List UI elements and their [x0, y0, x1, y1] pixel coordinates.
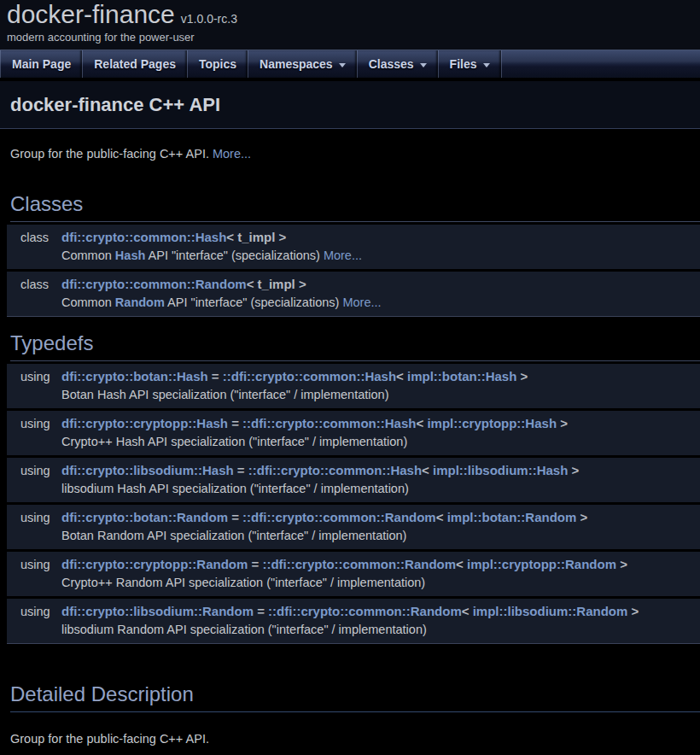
member-description-spacer	[7, 432, 61, 452]
detailed-description-text: Group for the public-facing C++ API.	[10, 730, 690, 748]
member-keyword: using	[7, 603, 61, 620]
plain-text: Botan Hash API specialization ("interfac…	[61, 388, 388, 401]
plain-text: >	[576, 510, 587, 524]
member-description: Common Hash API "interface" (specializat…	[61, 246, 700, 266]
symbol-link[interactable]: ::dfi::crypto::common::Hash	[242, 416, 416, 430]
plain-text: =	[234, 463, 248, 477]
member-declaration-line: using dfi::crypto::botan::Random = ::dfi…	[7, 507, 700, 526]
symbol-link[interactable]: impl::libsodium::Random	[473, 604, 628, 618]
symbol-link[interactable]: impl::cryptopp::Hash	[427, 416, 557, 430]
nav-tab-topics[interactable]: Topics	[187, 50, 248, 78]
symbol-link[interactable]: dfi::crypto::cryptopp::Hash	[61, 416, 228, 430]
member-row: using dfi::crypto::botan::Hash = ::dfi::…	[7, 364, 700, 408]
nav-tab-main-page[interactable]: Main Page	[0, 50, 82, 78]
page-title: docker-finance C++ API	[10, 94, 690, 116]
member-description-spacer	[7, 620, 61, 640]
member-declaration: dfi::crypto::cryptopp::Random = ::dfi::c…	[61, 556, 700, 573]
symbol-link[interactable]: ::dfi::crypto::common::Random	[268, 604, 462, 618]
member-declaration-line: using dfi::crypto::cryptopp::Random = ::…	[7, 554, 700, 573]
member-row: using dfi::crypto::libsodium::Random = :…	[7, 599, 700, 643]
member-keyword: class	[7, 229, 61, 246]
symbol-link[interactable]: dfi::crypto::botan::Random	[61, 510, 228, 524]
plain-text: libsodium Hash API specialization ("inte…	[61, 482, 409, 495]
member-row: using dfi::crypto::botan::Random = ::dfi…	[7, 505, 700, 549]
section-heading-detailed-description: Detailed Description	[10, 682, 700, 712]
plain-text: <	[422, 463, 433, 477]
member-declaration: dfi::crypto::libsodium::Hash = ::dfi::cr…	[61, 462, 700, 479]
nav-tab-label: Topics	[199, 57, 236, 71]
intro-text: Group for the public-facing C++ API.	[10, 147, 209, 161]
symbol-link[interactable]: ::dfi::crypto::common::Random	[242, 510, 436, 524]
member-description: Botan Random API specialization ("interf…	[61, 526, 700, 546]
classes-table: class dfi::crypto::common::Hash< t_impl …	[7, 225, 700, 317]
member-description-line: Common Random API "interface" (specializ…	[7, 293, 700, 313]
symbol-link[interactable]: dfi::crypto::botan::Hash	[61, 369, 208, 383]
member-description-spacer	[7, 246, 61, 266]
symbol-link[interactable]: dfi::crypto::libsodium::Hash	[61, 463, 234, 477]
symbol-link[interactable]: impl::libsodium::Hash	[433, 463, 568, 477]
member-description-line: Botan Random API specialization ("interf…	[7, 526, 700, 546]
chevron-down-icon	[483, 63, 490, 67]
symbol-link[interactable]: ::dfi::crypto::common::Hash	[248, 463, 422, 477]
member-description-spacer	[7, 479, 61, 499]
plain-text: >	[516, 369, 528, 383]
symbol-link[interactable]: impl::cryptopp::Random	[467, 557, 616, 571]
plain-text: API "interface" (specializations)	[165, 296, 343, 309]
symbol-link[interactable]: dfi::crypto::libsodium::Random	[61, 604, 254, 618]
symbol-link[interactable]: dfi::crypto::common::Hash	[61, 230, 226, 244]
member-description: libsodium Random API specialization ("in…	[61, 620, 700, 640]
member-description: Common Random API "interface" (specializ…	[61, 293, 700, 313]
plain-text: =	[228, 510, 242, 524]
plain-text: =	[208, 369, 223, 383]
member-description-line: Botan Hash API specialization ("interfac…	[7, 385, 700, 405]
member-declaration-line: using dfi::crypto::libsodium::Hash = ::d…	[7, 460, 700, 479]
plain-text: <	[436, 510, 447, 524]
section-heading-typedefs: Typedefs	[10, 331, 700, 361]
nav-tab-classes[interactable]: Classes	[357, 50, 438, 78]
nav-tab-files[interactable]: Files	[438, 50, 502, 78]
plain-text: =	[254, 604, 268, 618]
member-declaration-line: class dfi::crypto::common::Hash< t_impl …	[7, 227, 700, 246]
member-row: class dfi::crypto::common::Random< t_imp…	[7, 272, 700, 316]
more-link[interactable]: More...	[342, 296, 381, 309]
more-link[interactable]: More...	[324, 249, 362, 262]
typedefs-table: using dfi::crypto::botan::Hash = ::dfi::…	[7, 364, 700, 644]
symbol-link[interactable]: Random	[115, 296, 165, 309]
symbol-link[interactable]: impl::botan::Hash	[407, 369, 516, 383]
nav-tab-label: Main Page	[12, 57, 71, 71]
member-keyword: class	[7, 276, 61, 293]
symbol-link[interactable]: dfi::crypto::common::Random	[61, 277, 247, 291]
symbol-link[interactable]: dfi::crypto::cryptopp::Random	[61, 557, 248, 571]
plain-text: < t_impl >	[247, 277, 306, 291]
plain-text: Common	[61, 249, 115, 262]
nav-tab-namespaces[interactable]: Namespaces	[248, 50, 357, 78]
symbol-link[interactable]: ::dfi::crypto::common::Hash	[223, 369, 396, 383]
project-name: docker-finance	[7, 1, 175, 28]
member-declaration: dfi::crypto::cryptopp::Hash = ::dfi::cry…	[61, 415, 700, 432]
symbol-link[interactable]: ::dfi::crypto::common::Random	[262, 557, 456, 571]
member-declaration-line: using dfi::crypto::cryptopp::Hash = ::df…	[7, 413, 700, 432]
symbol-link[interactable]: Hash	[115, 249, 145, 262]
symbol-link[interactable]: impl::botan::Random	[447, 510, 577, 524]
member-declaration-line: using dfi::crypto::botan::Hash = ::dfi::…	[7, 366, 700, 385]
member-description-line: Crypto++ Hash API specialization ("inter…	[7, 432, 700, 452]
member-row: using dfi::crypto::libsodium::Hash = ::d…	[7, 458, 700, 502]
chevron-down-icon	[339, 63, 346, 67]
nav-tab-list: Main Page Related Pages Topics Namespace…	[0, 50, 700, 78]
nav-tab-related-pages[interactable]: Related Pages	[82, 50, 187, 78]
main-nav: Main Page Related Pages Topics Namespace…	[0, 50, 700, 78]
plain-text: Botan Random API specialization ("interf…	[61, 529, 406, 542]
more-link[interactable]: More...	[213, 147, 251, 161]
plain-text: >	[557, 416, 568, 430]
section-heading-classes: Classes	[10, 192, 700, 222]
project-brief: modern accounting for the power-user	[7, 31, 700, 44]
member-description-line: Crypto++ Random API specialization ("int…	[7, 573, 700, 593]
plain-text: <	[396, 369, 407, 383]
member-description-spacer	[7, 385, 61, 405]
project-version: v1.0.0-rc.3	[181, 12, 237, 26]
member-description-line: Common Hash API "interface" (specializat…	[7, 246, 700, 266]
member-description-spacer	[7, 573, 61, 593]
plain-text: <	[462, 604, 473, 618]
member-declaration: dfi::crypto::libsodium::Random = ::dfi::…	[61, 603, 700, 620]
member-description: Crypto++ Random API specialization ("int…	[61, 573, 700, 593]
